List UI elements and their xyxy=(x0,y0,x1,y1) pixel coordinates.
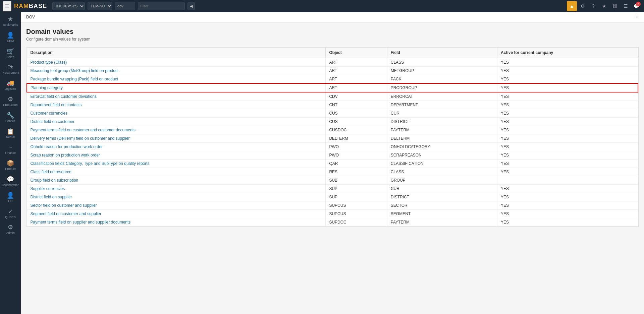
cell-description[interactable]: Customer currencies xyxy=(27,109,326,118)
sidebar: ★ Bookmarks 👤 CRM 🛒 Sales 🛍 Procurement … xyxy=(0,12,21,314)
cell-description[interactable]: Package bundle wrapping (Pack) field on … xyxy=(27,75,326,84)
sidebar-item-procurement[interactable]: 🛍 Procurement xyxy=(0,61,21,77)
table-row: Delivery terms (DelTerm) field on custom… xyxy=(27,134,638,143)
sidebar-item-crm[interactable]: 👤 CRM xyxy=(0,29,21,46)
table-row: Measuring tool group (MetGroup) field on… xyxy=(27,67,638,75)
sidebar-item-finance[interactable]: ~ Finance xyxy=(0,141,21,158)
sidebar-item-product[interactable]: 📦 Product xyxy=(0,158,21,174)
col-active[interactable]: Active for current company xyxy=(497,48,638,58)
cell-description[interactable]: District field on supplier xyxy=(27,193,326,201)
cell-description[interactable]: Classification fields Category, Type and… xyxy=(27,160,326,168)
sidebar-item-service[interactable]: 🔧 Service xyxy=(0,110,21,126)
cell-description[interactable]: Payment terms field on supplier and supp… xyxy=(27,218,326,227)
cell-active: YES xyxy=(497,201,638,210)
cell-field: SECTOR xyxy=(387,201,497,210)
cell-field: DELTERM xyxy=(387,134,497,143)
cell-description[interactable]: ErrorCat field on customer deviations xyxy=(27,92,326,101)
cell-active: YES xyxy=(497,83,638,92)
table-row: Class field on resourceRESCLASSYES xyxy=(27,168,638,176)
language-select[interactable]: TEM-NO xyxy=(88,2,112,10)
sidebar-label-finance: Finance xyxy=(5,151,16,155)
sidebar-item-collaboration[interactable]: 💬 Collaboration xyxy=(0,174,21,190)
link-icon-button[interactable]: ⛓ xyxy=(610,1,620,11)
cell-active xyxy=(497,176,638,185)
search-button[interactable]: ◀ xyxy=(187,2,195,10)
breadcrumb: DOV xyxy=(26,15,35,19)
cell-object: SUPCUS xyxy=(326,210,387,218)
title-menu-icon[interactable]: ≡ xyxy=(636,14,639,20)
cell-active: YES xyxy=(497,168,638,176)
page-content: Domain values Configure domain values fo… xyxy=(21,22,644,314)
cell-description[interactable]: Supplier currencies xyxy=(27,185,326,193)
cell-active: YES xyxy=(497,151,638,160)
col-field[interactable]: Field xyxy=(387,48,497,58)
settings-icon-button[interactable]: ⚙ xyxy=(578,1,588,11)
table-row: District field on customerCUSDISTRICTYES xyxy=(27,118,638,126)
hamburger-menu-icon[interactable]: ☰ xyxy=(3,1,11,11)
cell-description[interactable]: Department field on contacts xyxy=(27,101,326,109)
cell-description[interactable]: Delivery terms (DelTerm) field on custom… xyxy=(27,134,326,143)
sidebar-label-crm: CRM xyxy=(7,39,14,43)
cell-object: DELTERM xyxy=(326,134,387,143)
logistics-icon: 🚚 xyxy=(7,80,14,86)
nav-icons: ▲ ⚙ ? ★ ⛓ ☰ 💬 2 xyxy=(567,1,641,11)
sidebar-item-bookmarks[interactable]: ★ Bookmarks xyxy=(0,13,21,29)
alert-icon-button[interactable]: ▲ xyxy=(567,1,577,11)
sidebar-label-hr: HR xyxy=(8,199,13,203)
table-row: Onhold reason for production work orderP… xyxy=(27,143,638,151)
cell-description[interactable]: Group field on subscription xyxy=(27,176,326,185)
company-select[interactable]: JHCDEVSYS xyxy=(52,2,85,10)
cell-description[interactable]: Onhold reason for production work order xyxy=(27,143,326,151)
cell-description[interactable]: Product type (Class) xyxy=(27,58,326,67)
col-object[interactable]: Object xyxy=(326,48,387,58)
col-description[interactable]: Description xyxy=(27,48,326,58)
cell-field: CUR xyxy=(387,185,497,193)
domain-values-table: Description Object Field Active for curr… xyxy=(26,47,638,227)
cell-field: SCRAPREASON xyxy=(387,151,497,160)
hr-icon: 👤 xyxy=(7,192,14,198)
table-row: Product type (Class)ARTCLASSYES xyxy=(27,58,638,67)
cell-description[interactable]: Sector field on customer and supplier xyxy=(27,201,326,210)
table-row: District field on supplierSUPDISTRICTYES xyxy=(27,193,638,201)
cell-description[interactable]: Planning category xyxy=(27,83,326,92)
sidebar-label-procurement: Procurement xyxy=(2,71,19,75)
cell-active: YES xyxy=(497,101,638,109)
cell-field: PAYTERM xyxy=(387,218,497,227)
sidebar-item-qhses[interactable]: ✓ QHSES xyxy=(0,206,21,222)
sidebar-item-sales[interactable]: 🛒 Sales xyxy=(0,46,21,62)
sidebar-label-rental: Rental xyxy=(6,135,15,139)
help-icon-button[interactable]: ? xyxy=(588,1,598,11)
cell-description[interactable]: Payment terms field on customer and cust… xyxy=(27,126,326,134)
cell-field: DISTRICT xyxy=(387,118,497,126)
cell-description[interactable]: Class field on resource xyxy=(27,168,326,176)
bookmarks-icon: ★ xyxy=(8,16,13,22)
cell-active: YES xyxy=(497,160,638,168)
sidebar-item-hr[interactable]: 👤 HR xyxy=(0,190,21,206)
notification-icon-button[interactable]: 💬 2 xyxy=(631,1,641,11)
sidebar-item-logistics[interactable]: 🚚 Logistics xyxy=(0,77,21,93)
cell-active: YES xyxy=(497,193,638,201)
star-icon-button[interactable]: ★ xyxy=(599,1,609,11)
menu-icon-button[interactable]: ☰ xyxy=(621,1,631,11)
cell-description[interactable]: Scrap reason on production work order xyxy=(27,151,326,160)
user-input[interactable] xyxy=(115,2,135,10)
table-row: Group field on subscriptionSUBGROUP xyxy=(27,176,638,185)
sidebar-label-admin: Admin xyxy=(6,231,15,235)
table-row: Classification fields Category, Type and… xyxy=(27,160,638,168)
sidebar-item-rental[interactable]: 📋 Rental xyxy=(0,126,21,142)
table-row: Planning categoryARTPRODGROUPYES xyxy=(27,83,638,92)
sidebar-item-production[interactable]: ⚙ Production xyxy=(0,93,21,110)
cell-description[interactable]: Segment field on customer and supplier xyxy=(27,210,326,218)
cell-object: RES xyxy=(326,168,387,176)
sidebar-item-admin[interactable]: ⚙ Admin xyxy=(0,222,21,238)
cell-field: DISTRICT xyxy=(387,193,497,201)
cell-description[interactable]: Measuring tool group (MetGroup) field on… xyxy=(27,67,326,75)
cell-active: YES xyxy=(497,58,638,67)
cell-description[interactable]: District field on customer xyxy=(27,118,326,126)
table-row: Supplier currenciesSUPCURYES xyxy=(27,185,638,193)
cell-active: YES xyxy=(497,92,638,101)
cell-object: SUP xyxy=(326,185,387,193)
title-bar: DOV ≡ xyxy=(21,12,644,22)
filter-input[interactable] xyxy=(138,2,185,10)
table-row: Customer currenciesCUSCURYES xyxy=(27,109,638,118)
